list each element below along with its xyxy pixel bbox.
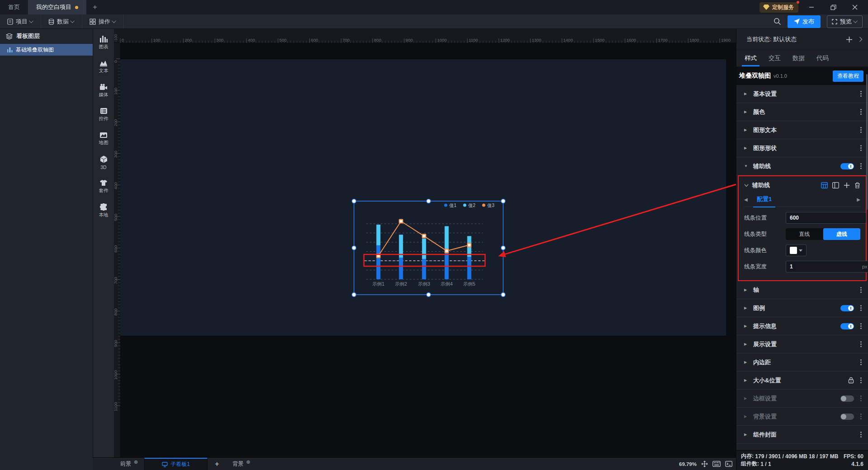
fit-screen-button[interactable] <box>701 461 708 467</box>
section-label: 图例 <box>753 304 836 312</box>
aux-subpanel-header: 辅助线 <box>744 178 860 193</box>
menu-dots-icon[interactable] <box>860 307 862 309</box>
dashboard-screen[interactable] <box>120 59 726 336</box>
toggle-switch[interactable] <box>840 414 854 420</box>
table-icon[interactable] <box>821 182 828 188</box>
toggle-switch[interactable] <box>840 163 854 169</box>
menu-dots-icon[interactable] <box>860 398 862 399</box>
chart-icon <box>99 35 108 42</box>
prev-config-icon[interactable]: ◀ <box>744 197 751 202</box>
add-background-icon[interactable]: ⊕ <box>246 459 250 465</box>
strip-item-local[interactable]: 本地 <box>99 203 108 218</box>
add-state-icon[interactable] <box>846 36 853 43</box>
close-button[interactable] <box>846 1 863 13</box>
section-cover[interactable]: ▶组件封面 <box>736 426 868 444</box>
lock-icon[interactable] <box>848 377 854 384</box>
section-border[interactable]: ▶边框设置 <box>736 390 868 408</box>
minimize-button[interactable] <box>803 1 820 13</box>
strip-item-3d[interactable]: 3D <box>100 155 108 170</box>
zoom-level[interactable]: 69.79% <box>679 461 697 467</box>
section-display[interactable]: ▶展示设置 <box>736 335 868 353</box>
menu-dots-icon[interactable] <box>860 416 862 417</box>
section-size-position[interactable]: ▶大小&位置 <box>736 371 868 390</box>
menu-dots-icon[interactable] <box>860 111 862 113</box>
menu-dots-icon[interactable] <box>860 147 862 149</box>
publish-button[interactable]: 发布 <box>788 15 821 28</box>
menu-data[interactable]: 数据 <box>41 14 82 28</box>
chevron-down-icon <box>70 19 75 23</box>
layer-item-stacked-chart[interactable]: 基础堆叠双轴图 <box>0 44 93 56</box>
next-config-icon[interactable]: ▶ <box>853 197 860 202</box>
panel-scrollbar[interactable] <box>866 74 868 210</box>
section-padding[interactable]: ▶内边距 <box>736 353 868 371</box>
tab-data[interactable]: 数据 <box>793 54 805 66</box>
line-type-segmented: 直线 虚线 <box>786 228 860 240</box>
horizontal-ruler <box>114 29 736 43</box>
menu-dots-icon[interactable] <box>860 434 862 435</box>
toggle-switch[interactable] <box>840 395 854 402</box>
plus-icon[interactable] <box>844 182 850 188</box>
config-tab-1[interactable]: 配置1 <box>751 195 777 207</box>
line-type-dashed[interactable]: 虚线 <box>823 228 861 240</box>
chevron-right-icon[interactable] <box>859 37 863 42</box>
strip-item-widgets[interactable]: 控件 <box>99 108 108 122</box>
section-aux-line[interactable]: ▼辅助线 <box>736 157 868 175</box>
toggle-switch[interactable] <box>840 323 854 329</box>
component-title: 堆叠双轴图 <box>739 72 771 80</box>
line-type-solid[interactable]: 直线 <box>786 228 823 240</box>
section-graphic-text[interactable]: ▶图形文本 <box>736 121 868 139</box>
section-graphic-shape[interactable]: ▶图形形状 <box>736 139 868 157</box>
foreground-tab[interactable]: 前景 ⊕ <box>114 458 144 470</box>
tab-project[interactable]: 我的空白项目 <box>28 0 86 14</box>
section-color[interactable]: ▶颜色 <box>736 103 868 121</box>
menu-dots-icon[interactable] <box>860 362 862 363</box>
tab-interaction[interactable]: 交互 <box>769 54 781 66</box>
search-icon[interactable] <box>774 18 781 25</box>
preview-button[interactable]: 预览 <box>827 15 863 28</box>
menu-dots-icon[interactable] <box>860 325 862 327</box>
background-tab[interactable]: 背景 ⊕ <box>226 458 257 470</box>
section-legend[interactable]: ▶图例 <box>736 299 868 317</box>
new-tab-button[interactable]: + <box>86 0 104 14</box>
expand-arrow-icon: ▶ <box>744 92 749 96</box>
menu-dots-icon[interactable] <box>860 343 862 345</box>
trash-icon[interactable] <box>854 182 860 188</box>
section-axis[interactable]: ▶轴 <box>736 281 868 299</box>
database-icon <box>48 19 54 25</box>
strip-item-map[interactable]: 地图 <box>99 132 108 146</box>
add-board-button[interactable]: + <box>208 458 226 470</box>
strip-item-charts[interactable]: 图表 <box>99 35 108 50</box>
tutorial-button[interactable]: 查看教程 <box>833 70 863 82</box>
strip-item-kits[interactable]: 套件 <box>99 179 108 194</box>
section-basic[interactable]: ▶基本设置 <box>736 85 868 103</box>
add-foreground-icon[interactable]: ⊕ <box>134 459 138 465</box>
menu-operation[interactable]: 操作 <box>82 14 124 28</box>
tab-home[interactable]: 首页 <box>0 0 28 14</box>
line-color-picker[interactable] <box>786 244 807 256</box>
section-label: 辅助线 <box>753 162 836 170</box>
section-tooltip[interactable]: ▶提示信息 <box>736 317 868 335</box>
line-width-input[interactable] <box>790 263 862 270</box>
layout-icon[interactable] <box>832 182 839 188</box>
section-label: 展示设置 <box>753 340 854 348</box>
console-button[interactable] <box>725 461 732 467</box>
shortcuts-button[interactable] <box>712 461 721 467</box>
section-background[interactable]: ▶背景设置 <box>736 408 868 426</box>
tab-code[interactable]: 代码 <box>816 54 829 66</box>
tab-style[interactable]: 样式 <box>745 54 757 66</box>
maximize-button[interactable] <box>825 1 842 13</box>
line-position-input[interactable] <box>790 215 862 221</box>
strip-item-text[interactable]: 文本 <box>99 60 108 74</box>
menu-dots-icon[interactable] <box>860 165 862 167</box>
menu-project[interactable]: 项目 <box>0 14 41 28</box>
menu-dots-icon[interactable] <box>860 129 862 131</box>
strip-item-media[interactable]: 媒体 <box>99 84 108 98</box>
menu-dots-icon[interactable] <box>860 93 862 94</box>
menu-dots-icon[interactable] <box>860 380 862 381</box>
custom-service-badge[interactable]: 定制服务 <box>760 2 798 13</box>
vertical-ruler <box>114 43 120 457</box>
chevron-down-icon[interactable] <box>744 184 749 187</box>
sub-board-tab[interactable]: 子看板1 <box>144 458 208 470</box>
menu-dots-icon[interactable] <box>860 289 862 291</box>
toggle-switch[interactable] <box>840 305 854 311</box>
